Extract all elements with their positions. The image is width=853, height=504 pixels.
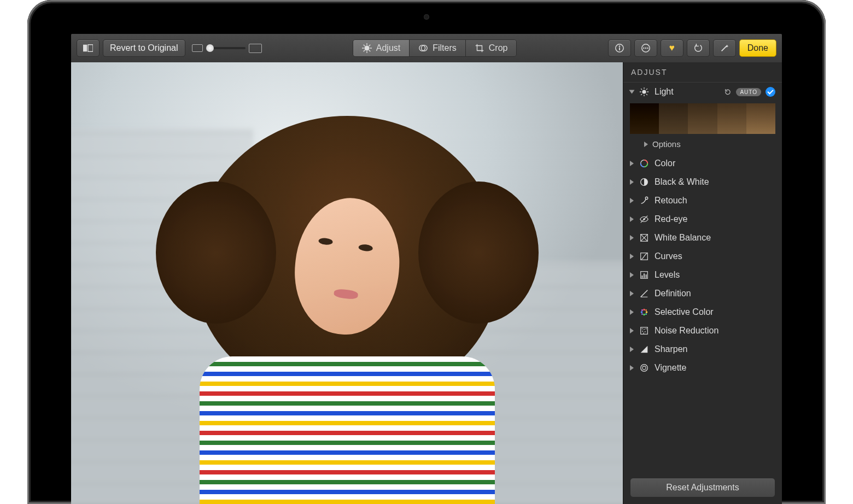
group-sharpen[interactable]: Sharpen (623, 340, 782, 359)
sharpen-icon (639, 344, 649, 354)
photo-subject (194, 116, 500, 504)
svg-point-53 (642, 331, 643, 332)
disclosure-icon (630, 161, 634, 166)
vignette-icon (639, 363, 649, 373)
heart-icon: ♥ (669, 43, 675, 54)
reset-adjustments-button[interactable]: Reset Adjustments (630, 478, 775, 497)
compare-view-button[interactable] (77, 39, 100, 57)
zoom-in-icon (249, 44, 262, 53)
group-wb[interactable]: White Balance (623, 228, 782, 247)
svg-rect-15 (619, 48, 620, 50)
zoom-track[interactable] (206, 47, 246, 49)
group-definition-label: Definition (655, 289, 775, 298)
rotate-icon (693, 43, 703, 53)
done-button[interactable]: Done (739, 39, 776, 57)
svg-line-20 (721, 46, 726, 51)
svg-point-46 (645, 309, 647, 311)
group-bw-label: Black & White (655, 177, 775, 187)
color-icon (639, 159, 649, 168)
photo-face (288, 193, 406, 339)
zoom-knob[interactable] (206, 44, 214, 52)
group-noise-label: Noise Reduction (655, 326, 775, 336)
svg-line-28 (641, 94, 642, 95)
photo-canvas[interactable] (71, 62, 623, 504)
disclosure-icon (630, 309, 634, 315)
auto-enhance-button[interactable] (713, 39, 736, 57)
svg-rect-40 (646, 274, 647, 278)
photo-shirt (200, 356, 495, 504)
svg-point-48 (641, 313, 643, 315)
info-icon (615, 43, 624, 53)
disclosure-icon (630, 254, 634, 259)
light-thumb-3[interactable] (688, 103, 717, 134)
svg-line-9 (363, 50, 365, 52)
svg-point-56 (641, 365, 648, 372)
svg-point-44 (641, 311, 643, 313)
auto-light-button[interactable]: AUTO (736, 88, 761, 96)
group-light-label: Light (655, 87, 718, 97)
camera-dot (424, 14, 429, 20)
light-options[interactable]: Options (623, 137, 782, 154)
group-sharpen-label: Sharpen (655, 344, 775, 354)
disclosure-icon (630, 365, 634, 371)
info-button[interactable] (608, 39, 631, 57)
disclosure-icon (630, 291, 634, 296)
disclosure-icon (630, 179, 634, 185)
group-bw[interactable]: Black & White (623, 173, 782, 191)
group-curves-label: Curves (655, 251, 775, 261)
group-retouch[interactable]: Retouch (623, 191, 782, 210)
revert-button[interactable]: Revert to Original (103, 39, 185, 57)
svg-point-32 (645, 197, 648, 200)
light-thumb-4[interactable] (717, 103, 746, 134)
levels-icon (639, 270, 649, 280)
toolbar: Revert to Original Adjust (71, 34, 782, 63)
group-redeye[interactable]: Red-eye (623, 210, 782, 228)
svg-point-50 (642, 329, 643, 330)
group-levels[interactable]: Levels (623, 266, 782, 284)
svg-point-57 (642, 366, 646, 370)
group-curves[interactable]: Curves (623, 247, 782, 266)
group-definition[interactable]: Definition (623, 284, 782, 303)
group-vignette[interactable]: Vignette (623, 359, 782, 377)
group-levels-label: Levels (655, 270, 775, 280)
svg-point-18 (645, 48, 646, 49)
zoom-out-icon (192, 44, 203, 52)
svg-rect-1 (88, 45, 93, 52)
more-button[interactable] (634, 39, 657, 57)
enabled-light-checkbox[interactable] (766, 87, 775, 97)
tab-adjust-label: Adjust (376, 43, 400, 53)
reset-light-icon[interactable] (724, 88, 732, 96)
svg-line-29 (646, 89, 647, 90)
group-selcolor-label: Selective Color (655, 307, 775, 317)
tab-filters-label: Filters (433, 43, 457, 53)
zoom-slider[interactable] (192, 44, 262, 53)
tab-crop[interactable]: Crop (466, 40, 517, 56)
svg-point-45 (641, 309, 643, 311)
light-thumb-2[interactable] (659, 103, 688, 134)
disclosure-icon (644, 142, 648, 147)
light-thumb-1[interactable] (630, 103, 659, 134)
tab-adjust[interactable]: Adjust (353, 40, 410, 56)
light-thumb-5[interactable] (746, 103, 775, 134)
disclosure-icon (630, 328, 634, 333)
light-preview-strip[interactable] (623, 101, 782, 137)
group-color[interactable]: Color (623, 154, 782, 173)
laptop-bezel: Revert to Original Adjust (27, 0, 826, 504)
done-label: Done (747, 43, 768, 53)
group-selcolor[interactable]: Selective Color (623, 303, 782, 321)
favorite-button[interactable]: ♥ (661, 39, 683, 57)
svg-rect-39 (644, 273, 645, 278)
svg-point-55 (643, 333, 644, 334)
group-light[interactable]: Light AUTO (623, 83, 782, 101)
rotate-button[interactable] (687, 39, 710, 57)
disclosure-icon (630, 198, 634, 203)
svg-line-27 (646, 94, 647, 95)
wb-icon (639, 233, 649, 243)
ellipsis-icon (641, 43, 651, 53)
svg-point-19 (647, 48, 648, 49)
tab-filters[interactable]: Filters (410, 40, 466, 56)
selcolor-icon (639, 307, 649, 317)
group-vignette-label: Vignette (655, 363, 775, 373)
group-noise[interactable]: Noise Reduction (623, 321, 782, 340)
noise-icon (639, 326, 649, 336)
